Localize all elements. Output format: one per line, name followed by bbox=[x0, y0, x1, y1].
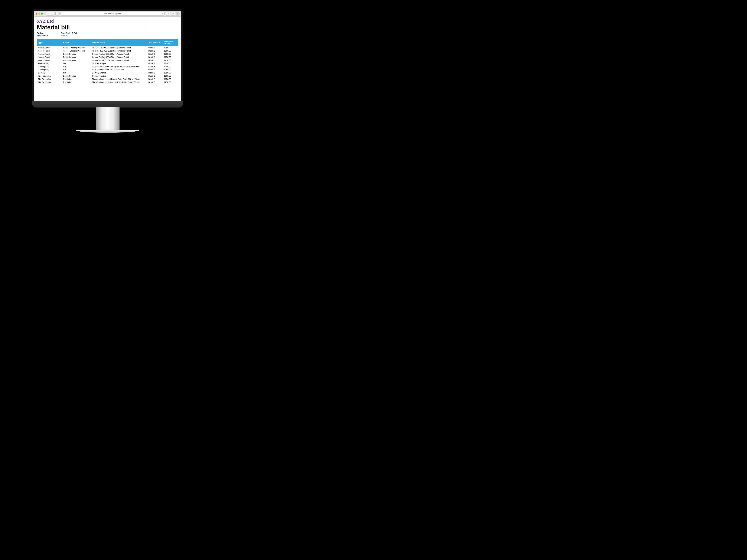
cell-qty: 1250.00 bbox=[163, 49, 178, 52]
cell-assessment: Block B bbox=[147, 71, 163, 74]
address-bar[interactable]: www.chalkstring.com/ ⟳ bbox=[61, 12, 164, 16]
tabs-icon bbox=[172, 13, 174, 15]
window-controls bbox=[36, 13, 43, 15]
cell-brand: N/A bbox=[62, 65, 91, 68]
company-brand: XYZ Ltd bbox=[37, 19, 178, 24]
cell-brand: Access Building Products bbox=[62, 49, 91, 52]
table-row: Access PanelBritish GypsumGyproc Profile… bbox=[37, 59, 178, 62]
col-header-qty: Tendered quantity bbox=[163, 39, 178, 46]
cell-type: Contingency bbox=[37, 65, 62, 68]
page-content: XYZ Ltd Material bill Project Stow Docks… bbox=[34, 17, 181, 86]
svg-rect-3 bbox=[173, 13, 174, 14]
cell-name: Gyproc Profilex 450x450mm Access Panel bbox=[91, 56, 147, 59]
table-row: Access PanelBritish GypsumGyproc Profile… bbox=[37, 52, 178, 56]
cell-brand: British Gypsum bbox=[62, 56, 91, 59]
monitor-stand-neck bbox=[96, 107, 120, 131]
cell-brand: Everbuild bbox=[62, 78, 91, 81]
cell-assessment: Block B bbox=[147, 62, 163, 65]
maximize-window-button[interactable] bbox=[41, 13, 43, 15]
cell-qty: 1250.00 bbox=[163, 81, 178, 84]
cell-qty: 1250.00 bbox=[163, 78, 178, 81]
nav-buttons: ‹ › bbox=[46, 12, 54, 16]
address-url: www.chalkstring.com/ bbox=[104, 13, 121, 15]
cell-brand: British Gypsum bbox=[62, 74, 91, 78]
cell-name: Firespan Intumescent Double Putty Pad - … bbox=[91, 78, 147, 81]
cell-brand: British Gypsum bbox=[62, 52, 91, 56]
cell-qty: 1250.00 bbox=[163, 59, 178, 62]
monitor-chin bbox=[32, 101, 183, 108]
cell-type: Access Panel bbox=[37, 56, 62, 59]
cell-name: PFS-SH 150x150 Budget Lock Access Panel bbox=[91, 46, 147, 49]
cell-name: Gyproc Profilex 600x600mm Access Panel bbox=[91, 59, 147, 62]
cell-type: Fire Protection bbox=[37, 81, 62, 84]
cell-qty: 1250.00 bbox=[163, 46, 178, 49]
cell-type: Delivery bbox=[37, 71, 62, 74]
share-icon bbox=[167, 13, 169, 15]
col-header-assessment: Assessment bbox=[147, 39, 163, 46]
table-row: Fire ProtectionEverbuildFirespan Intumes… bbox=[37, 81, 178, 84]
browser-toolbar: ‹ › www.chalkstring.com/ ⟳ bbox=[34, 11, 181, 17]
minimize-window-button[interactable] bbox=[38, 13, 40, 15]
col-header-brand: Brand bbox=[62, 39, 91, 46]
screen: ‹ › www.chalkstring.com/ ⟳ bbox=[34, 11, 181, 101]
cell-qty: 1250.00 bbox=[163, 52, 178, 56]
table-body: Access PanelAccess Building ProductsPFS-… bbox=[37, 46, 178, 84]
cell-name: Firespan Intumescent Single Putty Pad - … bbox=[91, 81, 147, 84]
project-meta: Project Stow Docks Refurb Assessment Blo… bbox=[37, 32, 178, 37]
back-button[interactable]: ‹ bbox=[46, 12, 50, 16]
cell-name: Gyproc Firestrip bbox=[91, 74, 147, 78]
cell-type: Accessories bbox=[37, 62, 62, 65]
col-header-name: Material Name bbox=[91, 39, 147, 46]
project-value: Stow Docks Refurb bbox=[61, 32, 77, 34]
table-row: Fire ProtectionBritish GypsumGyproc Fire… bbox=[37, 74, 178, 78]
cell-assessment: Block B bbox=[147, 81, 163, 84]
cell-qty: 1250.00 bbox=[163, 62, 178, 65]
cell-type: Access Panel bbox=[37, 46, 62, 49]
assessment-value: Block B bbox=[61, 34, 68, 37]
table-row: Access PanelAccess Building ProductsPFS-… bbox=[37, 46, 178, 49]
svg-rect-0 bbox=[57, 13, 58, 14]
sidebar-icon bbox=[57, 13, 58, 15]
cell-type: Access Panel bbox=[37, 52, 62, 56]
col-header-type: Type bbox=[37, 39, 62, 46]
tabs-button[interactable] bbox=[171, 12, 175, 16]
material-table: Type Brand Material Name Assessment Tend… bbox=[37, 39, 178, 84]
monitor-frame: ‹ › www.chalkstring.com/ ⟳ bbox=[32, 9, 183, 108]
table-row: ContingencyN/ADaywork / Variation - Fixi… bbox=[37, 65, 178, 68]
cell-type: Fire Protection bbox=[37, 74, 62, 78]
cell-type: Fire Protection bbox=[37, 78, 62, 81]
cell-qty: 1250.00 bbox=[163, 56, 178, 59]
table-row: Access PanelBritish GypsumGyproc Profile… bbox=[37, 56, 178, 59]
cell-name: PFS-SH 450x450 Budget Lock Access Panel bbox=[91, 49, 147, 52]
table-row: Fire ProtectionEverbuildFirespan Intumes… bbox=[37, 78, 178, 81]
close-window-button[interactable] bbox=[36, 13, 37, 15]
reload-icon[interactable]: ⟳ bbox=[162, 13, 163, 15]
plus-icon: + bbox=[177, 12, 178, 15]
share-button[interactable] bbox=[166, 12, 170, 16]
cell-name: 5/16 Tek Adapter bbox=[91, 62, 147, 65]
table-row: Accessoriesn/a5/16 Tek AdapterBlock B125… bbox=[37, 62, 178, 65]
forward-button[interactable]: › bbox=[50, 12, 54, 16]
cell-qty: 1250.00 bbox=[163, 68, 178, 71]
project-label: Project bbox=[37, 32, 61, 34]
cell-assessment: Block B bbox=[147, 74, 163, 78]
cell-assessment: Block B bbox=[147, 52, 163, 56]
sidebar-toggle-button[interactable] bbox=[55, 12, 60, 16]
cell-type: Contingency bbox=[37, 68, 62, 71]
cell-brand: N/A bbox=[62, 68, 91, 71]
cell-type: Access Panel bbox=[37, 59, 62, 62]
cell-type: Access Panel bbox=[37, 49, 62, 52]
cell-assessment: Block B bbox=[147, 68, 163, 71]
cell-assessment: Block B bbox=[147, 49, 163, 52]
cell-brand: n/a bbox=[62, 71, 91, 74]
cell-assessment: Block B bbox=[147, 78, 163, 81]
table-row: Deliveryn/aDelivery ChargeBlock B1250.00 bbox=[37, 71, 178, 74]
cell-qty: 1250.00 bbox=[163, 71, 178, 74]
cell-qty: 1250.00 bbox=[163, 74, 178, 78]
new-tab-button[interactable]: + bbox=[176, 12, 179, 16]
table-header-row: Type Brand Material Name Assessment Tend… bbox=[37, 39, 178, 46]
cell-name: Gyproc Profilex 300x300mm Access Panel bbox=[91, 52, 147, 56]
assessment-label: Assessment bbox=[37, 34, 61, 37]
cell-brand: Access Building Products bbox=[62, 46, 91, 49]
cell-qty: 1250.00 bbox=[163, 65, 178, 68]
